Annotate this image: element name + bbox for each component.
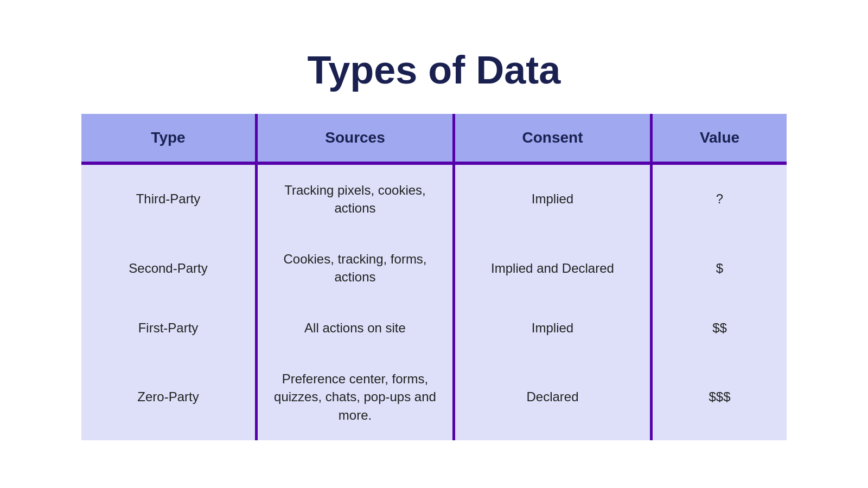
cell-type-2: First-Party bbox=[81, 303, 258, 354]
table-header-row: Type Sources Consent Value bbox=[81, 114, 787, 165]
cell-consent-3: Declared bbox=[455, 354, 653, 441]
page-title: Types of Data bbox=[308, 48, 561, 92]
data-table-container: Type Sources Consent Value Third-PartyTr… bbox=[81, 114, 787, 441]
cell-type-3: Zero-Party bbox=[81, 354, 258, 441]
table-row: Third-PartyTracking pixels, cookies, act… bbox=[81, 165, 787, 234]
cell-value-3: $$$ bbox=[653, 354, 787, 441]
table-row: First-PartyAll actions on siteImplied$$ bbox=[81, 303, 787, 354]
col-header-value: Value bbox=[653, 114, 787, 165]
col-header-type: Type bbox=[81, 114, 258, 165]
cell-consent-2: Implied bbox=[455, 303, 653, 354]
cell-value-2: $$ bbox=[653, 303, 787, 354]
cell-type-0: Third-Party bbox=[81, 165, 258, 234]
types-of-data-table: Type Sources Consent Value Third-PartyTr… bbox=[81, 114, 787, 441]
cell-value-0: ? bbox=[653, 165, 787, 234]
cell-consent-1: Implied and Declared bbox=[455, 234, 653, 303]
cell-value-1: $ bbox=[653, 234, 787, 303]
cell-sources-1: Cookies, tracking, forms, actions bbox=[258, 234, 455, 303]
cell-sources-0: Tracking pixels, cookies, actions bbox=[258, 165, 455, 234]
col-header-sources: Sources bbox=[258, 114, 455, 165]
cell-consent-0: Implied bbox=[455, 165, 653, 234]
col-header-consent: Consent bbox=[455, 114, 653, 165]
cell-type-1: Second-Party bbox=[81, 234, 258, 303]
table-row: Zero-PartyPreference center, forms, quiz… bbox=[81, 354, 787, 441]
cell-sources-2: All actions on site bbox=[258, 303, 455, 354]
cell-sources-3: Preference center, forms, quizzes, chats… bbox=[258, 354, 455, 441]
table-row: Second-PartyCookies, tracking, forms, ac… bbox=[81, 234, 787, 303]
